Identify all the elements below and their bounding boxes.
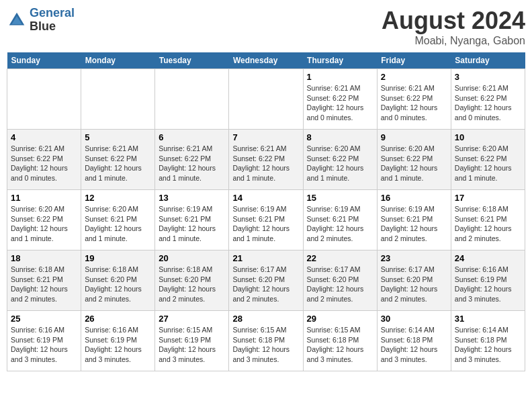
day-info: Sunrise: 6:18 AM Sunset: 6:20 PM Dayligh… <box>85 265 151 304</box>
calendar-cell: 25Sunrise: 6:16 AM Sunset: 6:19 PM Dayli… <box>7 311 81 371</box>
col-header-friday: Friday <box>377 52 451 69</box>
calendar-cell: 10Sunrise: 6:20 AM Sunset: 6:22 PM Dayli… <box>451 130 525 190</box>
calendar-cell <box>81 69 155 130</box>
day-number: 14 <box>232 193 299 203</box>
calendar-cell: 29Sunrise: 6:15 AM Sunset: 6:18 PM Dayli… <box>303 311 377 371</box>
day-info: Sunrise: 6:21 AM Sunset: 6:22 PM Dayligh… <box>232 144 299 183</box>
col-header-wednesday: Wednesday <box>229 52 303 69</box>
day-info: Sunrise: 6:18 AM Sunset: 6:21 PM Dayligh… <box>11 265 77 304</box>
day-number: 29 <box>307 314 373 324</box>
logo: General Blue <box>7 7 75 34</box>
week-row-4: 18Sunrise: 6:18 AM Sunset: 6:21 PM Dayli… <box>7 250 525 311</box>
day-info: Sunrise: 6:14 AM Sunset: 6:18 PM Dayligh… <box>455 325 521 365</box>
calendar-cell: 31Sunrise: 6:14 AM Sunset: 6:18 PM Dayli… <box>451 311 525 371</box>
calendar-cell: 2Sunrise: 6:21 AM Sunset: 6:22 PM Daylig… <box>377 69 451 130</box>
calendar-cell: 16Sunrise: 6:19 AM Sunset: 6:21 PM Dayli… <box>377 190 451 250</box>
day-number: 11 <box>11 193 77 203</box>
day-number: 20 <box>159 253 225 263</box>
day-info: Sunrise: 6:19 AM Sunset: 6:21 PM Dayligh… <box>159 204 225 244</box>
calendar-cell: 17Sunrise: 6:18 AM Sunset: 6:21 PM Dayli… <box>451 190 525 250</box>
day-info: Sunrise: 6:17 AM Sunset: 6:20 PM Dayligh… <box>232 265 299 304</box>
day-number: 17 <box>455 193 521 203</box>
calendar-cell: 28Sunrise: 6:15 AM Sunset: 6:18 PM Dayli… <box>229 311 303 371</box>
day-info: Sunrise: 6:14 AM Sunset: 6:18 PM Dayligh… <box>381 325 447 365</box>
day-info: Sunrise: 6:15 AM Sunset: 6:18 PM Dayligh… <box>307 325 373 365</box>
day-info: Sunrise: 6:20 AM Sunset: 6:22 PM Dayligh… <box>307 144 373 183</box>
calendar-cell: 20Sunrise: 6:18 AM Sunset: 6:20 PM Dayli… <box>155 250 229 311</box>
day-number: 7 <box>232 132 299 142</box>
logo-icon <box>7 10 27 30</box>
subtitle: Moabi, Nyanga, Gabon <box>382 35 525 47</box>
day-info: Sunrise: 6:17 AM Sunset: 6:20 PM Dayligh… <box>307 265 373 304</box>
calendar-cell <box>155 69 229 130</box>
calendar-cell <box>7 69 81 130</box>
col-header-sunday: Sunday <box>7 52 81 69</box>
day-number: 19 <box>85 253 151 263</box>
day-number: 23 <box>381 253 447 263</box>
day-info: Sunrise: 6:15 AM Sunset: 6:18 PM Dayligh… <box>232 325 299 365</box>
calendar-header: SundayMondayTuesdayWednesdayThursdayFrid… <box>7 52 525 69</box>
calendar-cell: 14Sunrise: 6:19 AM Sunset: 6:21 PM Dayli… <box>229 190 303 250</box>
calendar-cell: 12Sunrise: 6:20 AM Sunset: 6:21 PM Dayli… <box>81 190 155 250</box>
calendar-cell: 1Sunrise: 6:21 AM Sunset: 6:22 PM Daylig… <box>303 69 377 130</box>
calendar-cell: 11Sunrise: 6:20 AM Sunset: 6:22 PM Dayli… <box>7 190 81 250</box>
week-row-5: 25Sunrise: 6:16 AM Sunset: 6:19 PM Dayli… <box>7 311 525 371</box>
calendar-cell: 9Sunrise: 6:20 AM Sunset: 6:22 PM Daylig… <box>377 130 451 190</box>
day-number: 27 <box>159 314 225 324</box>
day-info: Sunrise: 6:18 AM Sunset: 6:21 PM Dayligh… <box>455 204 521 244</box>
calendar-cell: 15Sunrise: 6:19 AM Sunset: 6:21 PM Dayli… <box>303 190 377 250</box>
day-info: Sunrise: 6:16 AM Sunset: 6:19 PM Dayligh… <box>11 325 77 365</box>
day-info: Sunrise: 6:15 AM Sunset: 6:19 PM Dayligh… <box>159 325 225 365</box>
day-info: Sunrise: 6:20 AM Sunset: 6:22 PM Dayligh… <box>381 144 447 183</box>
day-number: 24 <box>455 253 521 263</box>
calendar-table: SundayMondayTuesdayWednesdayThursdayFrid… <box>7 52 525 371</box>
day-info: Sunrise: 6:20 AM Sunset: 6:22 PM Dayligh… <box>11 204 77 244</box>
day-number: 2 <box>381 72 447 82</box>
calendar-cell <box>229 69 303 130</box>
calendar-cell: 21Sunrise: 6:17 AM Sunset: 6:20 PM Dayli… <box>229 250 303 311</box>
day-number: 31 <box>455 314 521 324</box>
calendar-cell: 22Sunrise: 6:17 AM Sunset: 6:20 PM Dayli… <box>303 250 377 311</box>
logo-line2: Blue <box>30 20 75 34</box>
title-block: August 2024 Moabi, Nyanga, Gabon <box>382 7 525 47</box>
day-info: Sunrise: 6:21 AM Sunset: 6:22 PM Dayligh… <box>159 144 225 183</box>
day-info: Sunrise: 6:16 AM Sunset: 6:19 PM Dayligh… <box>85 325 151 365</box>
calendar-cell: 18Sunrise: 6:18 AM Sunset: 6:21 PM Dayli… <box>7 250 81 311</box>
day-info: Sunrise: 6:19 AM Sunset: 6:21 PM Dayligh… <box>381 204 447 244</box>
page-header: General Blue August 2024 Moabi, Nyanga, … <box>7 7 525 47</box>
week-row-1: 1Sunrise: 6:21 AM Sunset: 6:22 PM Daylig… <box>7 69 525 130</box>
calendar-cell: 27Sunrise: 6:15 AM Sunset: 6:19 PM Dayli… <box>155 311 229 371</box>
day-number: 5 <box>85 132 151 142</box>
calendar-cell: 24Sunrise: 6:16 AM Sunset: 6:19 PM Dayli… <box>451 250 525 311</box>
day-number: 6 <box>159 132 225 142</box>
day-number: 16 <box>381 193 447 203</box>
calendar-cell: 23Sunrise: 6:17 AM Sunset: 6:20 PM Dayli… <box>377 250 451 311</box>
calendar-cell: 3Sunrise: 6:21 AM Sunset: 6:22 PM Daylig… <box>451 69 525 130</box>
calendar-cell: 13Sunrise: 6:19 AM Sunset: 6:21 PM Dayli… <box>155 190 229 250</box>
main-title: August 2024 <box>382 7 525 35</box>
day-info: Sunrise: 6:20 AM Sunset: 6:22 PM Dayligh… <box>455 144 521 183</box>
day-number: 25 <box>11 314 77 324</box>
logo-line1: General <box>30 6 75 19</box>
col-header-monday: Monday <box>81 52 155 69</box>
calendar-cell: 4Sunrise: 6:21 AM Sunset: 6:22 PM Daylig… <box>7 130 81 190</box>
week-row-2: 4Sunrise: 6:21 AM Sunset: 6:22 PM Daylig… <box>7 130 525 190</box>
day-number: 10 <box>455 132 521 142</box>
day-info: Sunrise: 6:19 AM Sunset: 6:21 PM Dayligh… <box>232 204 299 244</box>
day-info: Sunrise: 6:19 AM Sunset: 6:21 PM Dayligh… <box>307 204 373 244</box>
calendar-cell: 8Sunrise: 6:20 AM Sunset: 6:22 PM Daylig… <box>303 130 377 190</box>
day-number: 22 <box>307 253 373 263</box>
header-row: SundayMondayTuesdayWednesdayThursdayFrid… <box>7 52 525 69</box>
col-header-tuesday: Tuesday <box>155 52 229 69</box>
day-number: 3 <box>455 72 521 82</box>
day-info: Sunrise: 6:21 AM Sunset: 6:22 PM Dayligh… <box>11 144 77 183</box>
col-header-saturday: Saturday <box>451 52 525 69</box>
day-info: Sunrise: 6:21 AM Sunset: 6:22 PM Dayligh… <box>307 83 373 123</box>
day-number: 28 <box>232 314 299 324</box>
day-number: 9 <box>381 132 447 142</box>
logo-text: General Blue <box>30 7 75 34</box>
day-number: 15 <box>307 193 373 203</box>
col-header-thursday: Thursday <box>303 52 377 69</box>
day-number: 4 <box>11 132 77 142</box>
calendar-cell: 30Sunrise: 6:14 AM Sunset: 6:18 PM Dayli… <box>377 311 451 371</box>
